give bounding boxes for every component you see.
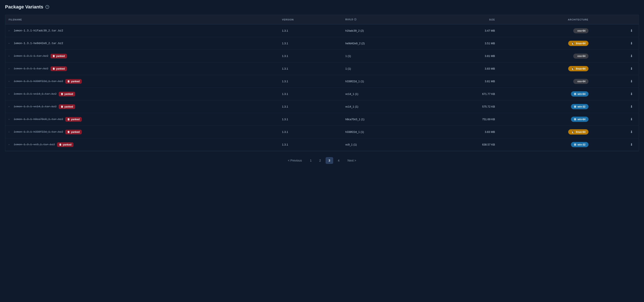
yanked-badge: 🗑 yanked: [65, 79, 82, 84]
cell-size: 751.69 KB: [431, 113, 498, 126]
page-1-button[interactable]: 1: [307, 157, 314, 164]
help-icon[interactable]: ?: [46, 5, 49, 9]
cell-size: 575.72 KB: [431, 100, 498, 113]
page-2-button[interactable]: 2: [316, 157, 324, 164]
yanked-label: yanked: [63, 143, 71, 146]
cell-build: vc14_1 (1): [342, 100, 431, 113]
yanked-badge: 🗑 yanked: [65, 117, 82, 122]
download-button[interactable]: ⬇: [628, 91, 634, 97]
expand-icon[interactable]: ›: [9, 118, 12, 120]
cell-size: 3.51 MB: [431, 37, 498, 50]
cell-download[interactable]: ⬇: [592, 75, 639, 88]
cell-version: 1.3.1: [279, 75, 342, 88]
yanked-badge: 🗑 yanked: [65, 130, 82, 134]
table-row: › lemon-1.3.1-1.tar.bz2 🗑 yanked 1.3.1 1…: [5, 50, 639, 62]
cell-download[interactable]: ⬇: [592, 138, 639, 151]
arch-label: linux-64: [576, 131, 585, 133]
trash-icon: 🗑: [67, 131, 70, 133]
table-row: › lemon-1.3.1-1.tar.bz2 🗑 yanked 1.3.1 1…: [5, 62, 639, 75]
arch-label: osx-64: [578, 80, 586, 83]
yanked-badge: 🗑 yanked: [59, 104, 75, 109]
cell-download[interactable]: ⬇: [592, 100, 639, 113]
expand-icon[interactable]: ›: [9, 143, 12, 146]
yanked-label: yanked: [71, 80, 80, 83]
windows-icon: ⊞: [574, 92, 576, 95]
arch-label: win-32: [578, 105, 585, 108]
expand-icon[interactable]: ›: [9, 42, 12, 44]
arch-label: win-32: [578, 143, 585, 146]
windows-icon: ⊞: [574, 105, 576, 108]
expand-icon[interactable]: ›: [9, 105, 12, 108]
filename-text: lemon-1.3.1-vc9_1.tar.bz2: [14, 143, 55, 146]
cell-size: 3.83 MB: [431, 62, 498, 75]
cell-architecture: ⊞ win-64: [498, 113, 592, 126]
linux-icon: 🐧: [571, 130, 574, 133]
expand-icon[interactable]: ›: [9, 93, 12, 95]
previous-button[interactable]: < Previous: [284, 157, 305, 164]
download-button[interactable]: ⬇: [628, 129, 634, 135]
download-button[interactable]: ⬇: [628, 116, 634, 122]
cell-download[interactable]: ⬇: [592, 24, 639, 37]
cell-build: h338f22d_1 (1): [342, 126, 431, 138]
page-title-row: Package Variants ?: [5, 4, 639, 10]
table-row: › lemon-1.3.1-vc9_1.tar.bz2 🗑 yanked 1.3…: [5, 138, 639, 151]
cell-architecture: ⊞ win-64: [498, 88, 592, 100]
download-button[interactable]: ⬇: [628, 28, 634, 33]
cell-filename: › lemon-1.3.1-h338f22d_1.tar.bz2 🗑 yanke…: [5, 75, 279, 88]
download-button[interactable]: ⬇: [628, 66, 634, 71]
expand-icon[interactable]: ›: [9, 131, 12, 133]
expand-icon[interactable]: ›: [9, 67, 12, 70]
download-button[interactable]: ⬇: [628, 40, 634, 46]
next-button[interactable]: Next >: [344, 157, 360, 164]
cell-size: 671.77 KB: [431, 88, 498, 100]
yanked-badge: 🗑 yanked: [50, 66, 67, 71]
arch-badge: 🐧 linux-64: [568, 66, 588, 71]
cell-version: 1.3.1: [279, 62, 342, 75]
cell-build: he9d42e9_2 (2): [342, 37, 431, 50]
page-4-button[interactable]: 4: [335, 157, 342, 164]
cell-filename: › lemon-1.3.1-vc9_1.tar.bz2 🗑 yanked: [5, 138, 279, 151]
download-button[interactable]: ⬇: [628, 53, 634, 59]
col-header-filename: FILENAME: [5, 15, 279, 24]
download-button[interactable]: ⬇: [628, 104, 634, 109]
cell-size: 3.47 MB: [431, 24, 498, 37]
table-body: › lemon-1.3.1-h1fadc39_2.tar.bz2 1.3.1 h…: [5, 24, 639, 151]
cell-download[interactable]: ⬇: [592, 113, 639, 126]
yanked-label: yanked: [56, 67, 65, 70]
filename-text: lemon-1.3.1-h1fadc39_2.tar.bz2: [14, 29, 63, 32]
cell-filename: › lemon-1.3.1-h1fadc39_2.tar.bz2: [5, 24, 279, 37]
cell-architecture: osx-64: [498, 50, 592, 62]
cell-architecture: osx-64: [498, 24, 592, 37]
cell-version: 1.3.1: [279, 88, 342, 100]
yanked-badge: 🗑 yanked: [50, 54, 67, 58]
cell-architecture: osx-64: [498, 75, 592, 88]
cell-version: 1.3.1: [279, 126, 342, 138]
cell-download[interactable]: ⬇: [592, 62, 639, 75]
download-button[interactable]: ⬇: [628, 142, 634, 147]
arch-badge: osx-64: [573, 79, 588, 84]
expand-icon[interactable]: ›: [9, 29, 12, 32]
cell-build: 1 (1): [342, 50, 431, 62]
filename-text: lemon-1.3.1-h8ca70c0_1.tar.bz2: [14, 118, 63, 121]
cell-download[interactable]: ⬇: [592, 126, 639, 138]
filename-text: lemon-1.3.1-1.tar.bz2: [14, 54, 48, 57]
cell-version: 1.3.1: [279, 24, 342, 37]
filename-text: lemon-1.3.1-h338f22d_1.tar.bz2: [14, 130, 63, 133]
cell-download[interactable]: ⬇: [592, 88, 639, 100]
page-3-button[interactable]: 3: [326, 157, 333, 164]
trash-icon: 🗑: [61, 105, 63, 108]
cell-download[interactable]: ⬇: [592, 50, 639, 62]
expand-icon[interactable]: ›: [9, 55, 12, 57]
cell-download[interactable]: ⬇: [592, 37, 639, 50]
download-button[interactable]: ⬇: [628, 78, 634, 84]
arch-badge: 🐧 linux-64: [568, 129, 588, 135]
cell-version: 1.3.1: [279, 100, 342, 113]
linux-icon: 🐧: [571, 42, 574, 45]
cell-version: 1.3.1: [279, 138, 342, 151]
arch-label: linux-64: [576, 67, 585, 70]
yanked-label: yanked: [64, 93, 73, 95]
cell-filename: › lemon-1.3.1-h338f22d_1.tar.bz2 🗑 yanke…: [5, 126, 279, 138]
expand-icon[interactable]: ›: [9, 80, 12, 82]
cell-build: h338f22d_1 (1): [342, 75, 431, 88]
arch-badge: ⊞ win-32: [571, 142, 588, 147]
